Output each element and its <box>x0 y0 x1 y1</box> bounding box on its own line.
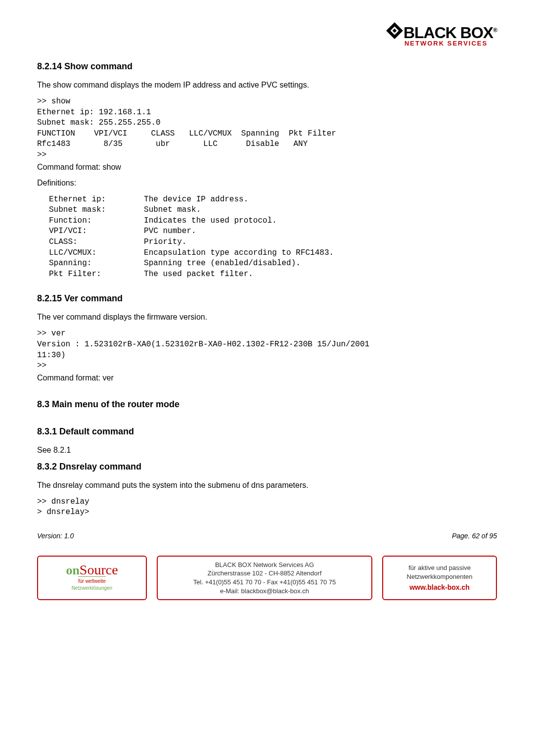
version-label: Version: 1.0 <box>37 532 74 540</box>
onsource-logo: onSource <box>66 565 118 576</box>
definition-row: Subnet mask: Subnet mask. <box>37 205 497 216</box>
footer-mid-box: BLACK BOX Network Services AG Zürcherstr… <box>157 556 372 600</box>
footer-company: BLACK BOX Network Services AG <box>215 561 314 569</box>
logo-text: BLACK BOX <box>403 24 493 42</box>
logo-subtext: NETWORK SERVICES <box>389 40 497 47</box>
onsource-tag1: für weltweite <box>78 576 106 585</box>
logo-registered: ® <box>493 27 497 34</box>
onsource-tag2: Netzwerklösungen <box>72 585 112 592</box>
footer-right-box: für aktive und passive Netzwerkkomponent… <box>382 556 497 600</box>
show-cmd-format: Command format: show <box>37 163 497 172</box>
heading-show-command: 8.2.14 Show command <box>37 61 497 72</box>
dnsrelay-intro: The dnsrelay command puts the system int… <box>37 481 497 490</box>
show-intro: The show command displays the modem IP a… <box>37 81 497 90</box>
definition-row: Function: Indicates the used protocol. <box>37 216 497 227</box>
heading-ver-command: 8.2.15 Ver command <box>37 293 497 304</box>
definitions-label: Definitions: <box>37 179 497 188</box>
onsource-on: on <box>66 563 79 577</box>
definition-row: Pkt Filter: The used packet filter. <box>37 269 497 280</box>
heading-dnsrelay-command: 8.3.2 Dnsrelay command <box>37 462 497 472</box>
definition-row: VPI/VCI: PVC number. <box>37 226 497 237</box>
footer-phone: Tel. +41(0)55 451 70 70 - Fax +41(0)55 4… <box>193 578 336 587</box>
footer-right-l1: für aktive und passive <box>408 564 471 572</box>
heading-main-menu-router: 8.3 Main menu of the router mode <box>37 399 497 410</box>
definitions-list: Ethernet ip: The device IP address.Subne… <box>37 194 497 280</box>
onsource-rest: Source <box>80 562 118 577</box>
footer-left-box: onSource für weltweite Netzwerklösungen <box>37 556 147 600</box>
definition-row: Ethernet ip: The device IP address. <box>37 194 497 205</box>
footer-right-l2: Netzwerkkomponenten <box>407 572 473 581</box>
dnsrelay-code-block: >> dnsrelay > dnsrelay> <box>37 497 497 518</box>
brand-logo: BLACK BOX® NETWORK SERVICES <box>37 25 497 47</box>
page-number: Page. 62 of 95 <box>452 532 497 540</box>
page-footer-meta: Version: 1.0 Page. 62 of 95 <box>37 532 497 540</box>
ver-code-block: >> ver Version : 1.523102rB-XA0(1.523102… <box>37 329 497 371</box>
footer-address: Zürcherstrasse 102 - CH-8852 Altendorf <box>208 569 322 578</box>
footer-url: www.black-box.ch <box>409 583 470 592</box>
definition-row: CLASS: Priority. <box>37 237 497 248</box>
footer-email: e-Mail: blackbox@black-box.ch <box>220 587 309 596</box>
heading-default-command: 8.3.1 Default command <box>37 426 497 437</box>
default-body: See 8.2.1 <box>37 446 497 455</box>
show-code-block: >> show Ethernet ip: 192.168.1.1 Subnet … <box>37 96 497 161</box>
definition-row: Spanning: Spanning tree (enabled/disable… <box>37 258 497 269</box>
ver-intro: The ver command displays the firmware ve… <box>37 313 497 322</box>
definition-row: LLC/VCMUX: Encapsulation type according … <box>37 248 497 259</box>
ver-cmd-format: Command format: ver <box>37 374 497 382</box>
diamond-icon <box>386 22 403 39</box>
